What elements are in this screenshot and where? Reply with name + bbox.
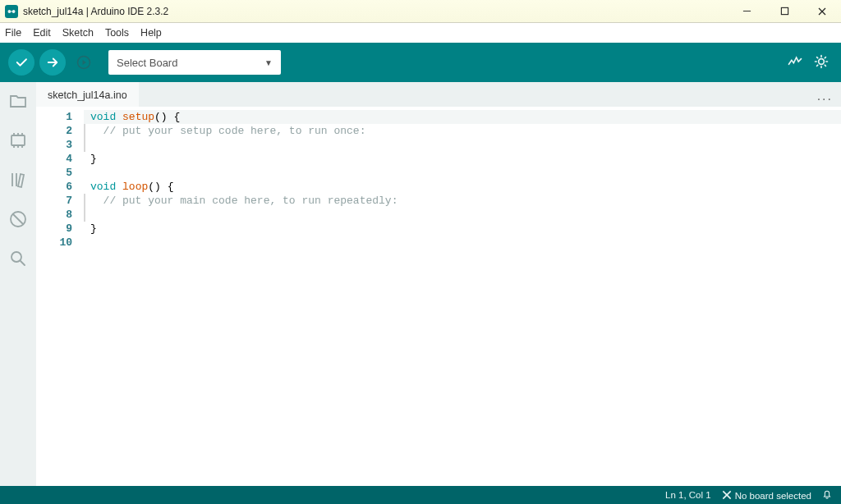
toolbar: Select Board ▼	[0, 43, 841, 82]
code-editor[interactable]: 1 2 3 4 5 6 7 8 9 10 void setup() { // p…	[36, 107, 841, 486]
sketchbook-button[interactable]	[7, 90, 29, 112]
window-maximize-button[interactable]	[765, 0, 803, 22]
menu-file[interactable]: File	[5, 27, 21, 39]
board-selector-label: Select Board	[117, 57, 177, 69]
board-selector[interactable]: Select Board ▼	[108, 50, 281, 75]
window-title: sketch_jul14a | Arduino IDE 2.3.2	[23, 6, 168, 17]
chevron-down-icon: ▼	[264, 58, 273, 67]
menu-sketch[interactable]: Sketch	[62, 27, 94, 39]
status-cursor-position[interactable]: Ln 1, Col 1	[665, 490, 711, 500]
menu-help[interactable]: Help	[140, 27, 162, 39]
upload-button[interactable]	[39, 49, 66, 76]
editor-tab-active[interactable]: sketch_jul14a.ino	[36, 82, 139, 107]
debug-button[interactable]	[71, 49, 97, 76]
notifications-button[interactable]	[821, 488, 833, 502]
editor-tabbar: sketch_jul14a.ino ···	[36, 82, 841, 107]
window-titlebar: sketch_jul14a | Arduino IDE 2.3.2	[0, 0, 841, 23]
debug-sidebar-button[interactable]	[7, 208, 29, 230]
menu-edit[interactable]: Edit	[33, 27, 51, 39]
svg-rect-3	[11, 135, 25, 145]
svg-point-5	[11, 252, 21, 262]
library-manager-button[interactable]	[7, 169, 29, 190]
search-button[interactable]	[7, 248, 29, 269]
verify-button[interactable]	[8, 49, 34, 76]
code-content[interactable]: void setup() { // put your setup code he…	[80, 107, 841, 486]
arduino-app-icon	[5, 5, 18, 18]
menu-tools[interactable]: Tools	[105, 27, 129, 39]
activity-sidebar	[0, 82, 36, 486]
tab-overflow-button[interactable]: ···	[809, 92, 841, 107]
boards-manager-button[interactable]	[7, 130, 29, 151]
window-close-button[interactable]	[803, 0, 841, 22]
svg-rect-0	[781, 7, 788, 14]
window-minimize-button[interactable]	[728, 0, 765, 22]
menu-bar: File Edit Sketch Tools Help	[0, 23, 841, 43]
status-bar: Ln 1, Col 1 No board selected	[0, 486, 841, 504]
svg-point-2	[819, 58, 825, 64]
serial-plotter-button[interactable]	[787, 53, 803, 72]
tab-label: sketch_jul14a.ino	[48, 89, 127, 101]
status-board[interactable]: No board selected	[721, 489, 811, 501]
line-gutter: 1 2 3 4 5 6 7 8 9 10	[36, 107, 80, 486]
serial-monitor-button[interactable]	[813, 53, 830, 72]
